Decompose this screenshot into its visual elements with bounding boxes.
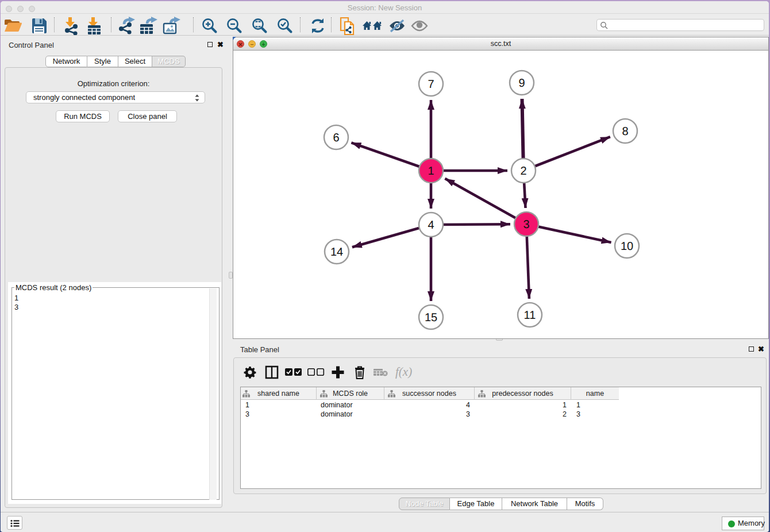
svg-text:2: 2: [520, 165, 526, 178]
svg-text:1: 1: [428, 165, 434, 178]
svg-text:11: 11: [524, 309, 536, 322]
svg-text:3: 3: [523, 218, 529, 231]
svg-text:6: 6: [333, 132, 339, 144]
svg-text:9: 9: [518, 77, 525, 90]
svg-text:4: 4: [428, 219, 434, 232]
svg-text:10: 10: [621, 240, 633, 253]
svg-text:15: 15: [425, 311, 437, 324]
svg-text:7: 7: [428, 78, 434, 91]
svg-text:8: 8: [622, 125, 628, 138]
svg-text:14: 14: [330, 246, 343, 259]
